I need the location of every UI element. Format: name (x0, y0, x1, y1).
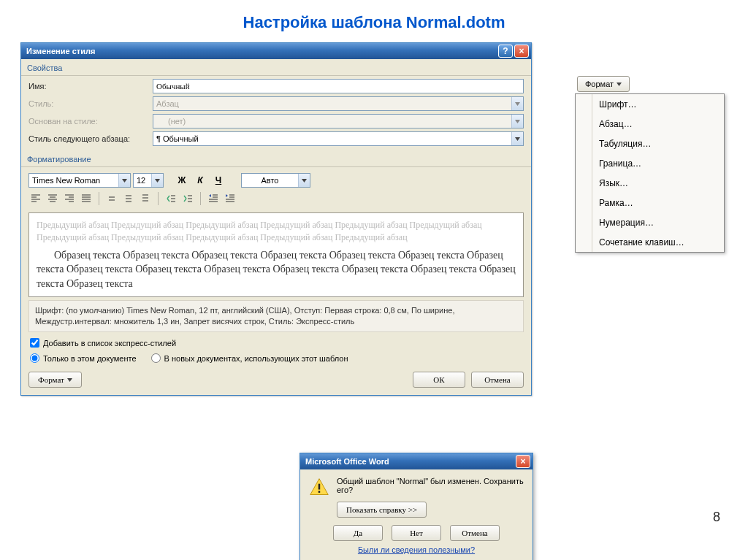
msgbox-text: Общий шаблон "Normal" был изменен. Сохра… (337, 477, 524, 494)
format-button[interactable]: Формат (28, 372, 82, 388)
line-spacing-15-icon[interactable] (121, 192, 136, 205)
save-template-msgbox: Microsoft Office Word × Общий шаблон "No… (299, 453, 533, 560)
feedback-link[interactable]: Были ли сведения полезными? (309, 544, 524, 557)
yes-button[interactable]: Да (333, 525, 383, 541)
align-left-icon[interactable] (28, 192, 43, 205)
help-button[interactable]: ? (498, 45, 513, 58)
add-quickstyle-checkbox[interactable] (30, 338, 39, 348)
format-menu-button[interactable]: Формат (577, 76, 630, 92)
chevron-down-icon[interactable] (118, 174, 130, 187)
chevron-down-icon (67, 378, 72, 382)
chevron-down-icon (617, 83, 622, 86)
based-on-label: Основан на стиле: (28, 117, 145, 126)
chevron-down-icon (511, 97, 523, 110)
name-input[interactable] (153, 79, 524, 93)
chevron-down-icon[interactable] (511, 132, 523, 145)
menu-item-tabs[interactable]: Табуляция… (576, 134, 724, 153)
align-justify-icon[interactable] (79, 192, 94, 205)
msgbox-close-button[interactable]: × (516, 455, 530, 468)
preview-previous: Предыдущий абзац Предыдущий абзац Предыд… (37, 219, 516, 244)
only-this-doc-label: Только в этом документе (43, 354, 137, 363)
format-menu-popup: Формат Шрифт… Абзац… Табуляция… Граница…… (575, 76, 725, 253)
close-button[interactable]: × (514, 45, 529, 58)
dialog-title: Изменение стиля (26, 47, 95, 55)
svg-rect-0 (318, 484, 320, 490)
next-style-select[interactable]: ¶ Обычный (153, 131, 524, 146)
menu-item-paragraph[interactable]: Абзац… (576, 114, 724, 134)
next-style-label: Стиль следующего абзаца: (28, 134, 145, 143)
menu-item-language[interactable]: Язык… (576, 173, 724, 193)
menu-item-numbering[interactable]: Нумерация… (576, 212, 724, 232)
menu-item-frame[interactable]: Рамка… (576, 193, 724, 212)
new-docs-radio[interactable] (151, 353, 161, 363)
style-label: Стиль: (28, 99, 145, 108)
no-button[interactable]: Нет (392, 525, 441, 541)
style-description: Шрифт: (по умолчанию) Times New Roman, 1… (28, 300, 524, 332)
style-select: Абзац (153, 96, 524, 111)
font-select[interactable]: Times New Roman (28, 173, 131, 188)
only-this-doc-radio[interactable] (30, 353, 39, 363)
preview-box: Предыдущий абзац Предыдущий абзац Предыд… (28, 212, 524, 297)
italic-button[interactable]: К (192, 173, 208, 188)
page-number: 8 (713, 510, 720, 525)
add-quickstyle-label: Добавить в список экспресс-стилей (43, 339, 176, 348)
msgbox-title: Microsoft Office Word (305, 457, 389, 466)
space-after-icon[interactable] (180, 192, 195, 205)
menu-item-font[interactable]: Шрифт… (576, 94, 724, 114)
new-docs-label: В новых документах, использующих этот ша… (164, 354, 348, 363)
format-menu-list: Шрифт… Абзац… Табуляция… Граница… Язык… … (575, 93, 725, 253)
space-before-icon[interactable] (164, 192, 178, 205)
underline-button[interactable]: Ч (210, 173, 226, 188)
chevron-down-icon[interactable] (151, 174, 163, 187)
ok-button[interactable]: ОК (413, 372, 465, 388)
increase-indent-icon[interactable] (223, 192, 237, 205)
font-color-select[interactable]: Авто (241, 173, 310, 188)
section-formatting: Форматирование (21, 150, 531, 165)
font-size-select[interactable]: 12 (133, 173, 164, 188)
msg-cancel-button[interactable]: Отмена (450, 525, 500, 541)
chevron-down-icon (511, 115, 523, 128)
warning-icon (309, 477, 329, 497)
align-center-icon[interactable] (45, 192, 60, 205)
preview-sample: Образец текста Образец текста Образец те… (37, 248, 516, 291)
bold-button[interactable]: Ж (174, 173, 190, 188)
chevron-down-icon[interactable] (298, 174, 310, 187)
show-help-button[interactable]: Показать справку >> (337, 502, 427, 518)
msgbox-titlebar: Microsoft Office Word × (300, 453, 533, 469)
line-spacing-1-icon[interactable] (104, 192, 119, 205)
based-on-select: (нет) (153, 114, 524, 129)
dialog-titlebar: Изменение стиля ? × (21, 43, 531, 59)
section-properties: Свойства (21, 59, 531, 74)
line-spacing-2-icon[interactable] (138, 192, 153, 205)
align-right-icon[interactable] (62, 192, 77, 205)
decrease-indent-icon[interactable] (206, 192, 221, 205)
svg-rect-1 (318, 491, 320, 493)
modify-style-dialog: Изменение стиля ? × Свойства Имя: Стиль:… (20, 42, 532, 396)
cancel-button[interactable]: Отмена (471, 372, 524, 388)
page-title: Настройка шаблона Normal.dotm (0, 0, 748, 39)
menu-item-border[interactable]: Граница… (576, 153, 724, 173)
menu-item-shortcut[interactable]: Сочетание клавиш… (576, 232, 724, 252)
name-label: Имя: (28, 82, 145, 91)
